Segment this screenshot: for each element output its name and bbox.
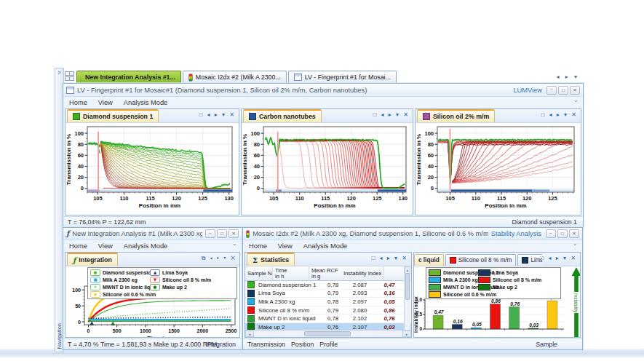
table-row[interactable]: MWNT D in ionic liquid 0,78 2.102 0,76 bbox=[245, 314, 411, 323]
diamond-transmission-chart[interactable]: 105110115120125130020406080100Position i… bbox=[65, 123, 236, 215]
window-button[interactable]: − bbox=[546, 229, 556, 238]
fingerprint-titlebar[interactable]: LV - Fingerprint #1 for Mosaic#1 (Diamon… bbox=[63, 84, 583, 97]
table-row[interactable]: Silicone oil 8 % m/m 0,79 2.080 0,86 bbox=[245, 306, 411, 315]
legend-item: Silicone oil 8 % m/m bbox=[478, 276, 552, 283]
panel-controls[interactable]: □ ◂ ▸ ▾ ✕ bbox=[199, 111, 236, 118]
legend-item: ✕ MWNT D in ionic liquid bbox=[90, 283, 150, 290]
integration-menubar: HomeViewAnalysis Mode ⌄ bbox=[63, 240, 242, 251]
legend-label: Make up 2 bbox=[493, 285, 517, 290]
integration-panels: ƒ Integration ⧉ ◂ ▸ ▾ ✕ 0500100015002000… bbox=[63, 251, 242, 339]
panel-tab-integration[interactable]: ƒ Integration bbox=[67, 253, 118, 266]
window-layout-icon[interactable] bbox=[65, 71, 73, 81]
cell-time: 0,78 bbox=[322, 282, 344, 288]
vertical-scrollbar[interactable]: ▴ bbox=[404, 266, 410, 330]
scroll-left-icon[interactable]: ◂ bbox=[245, 331, 254, 337]
column-header[interactable]: Instability Index bbox=[341, 266, 384, 280]
window-button[interactable]: − bbox=[546, 86, 557, 95]
panel-tab-statistics[interactable]: Σ Statistics bbox=[247, 253, 295, 266]
table-row[interactable]: Make up 2 0,76 2.107 0,03 bbox=[245, 323, 411, 330]
sample-tab[interactable]: Lima Soya bbox=[517, 254, 542, 266]
menu-item[interactable]: View bbox=[98, 99, 113, 106]
document-tabs: New Integration Analysis #1... Mosaic I2… bbox=[76, 71, 397, 83]
tab-scroll-controls[interactable]: ◂ ▸ ▾ bbox=[557, 74, 580, 80]
column-header[interactable]: Mean RCFin g bbox=[309, 266, 341, 280]
svg-text:0: 0 bbox=[78, 320, 81, 325]
ribbon-collapse-icon[interactable]: ⌄ bbox=[572, 240, 578, 247]
horizontal-scrollbar[interactable]: ◂ ▸ bbox=[245, 330, 411, 337]
menu-item[interactable]: Analysis Mode bbox=[124, 99, 167, 106]
view-mode-item[interactable]: Profile bbox=[319, 341, 338, 348]
ribbon-collapse-icon[interactable]: ⌄ bbox=[573, 96, 579, 103]
window-button[interactable]: □ bbox=[217, 229, 227, 238]
menu-item[interactable]: View bbox=[278, 242, 293, 250]
svg-text:Transmission in %: Transmission in % bbox=[416, 134, 422, 185]
svg-text:Time in s: Time in s bbox=[147, 335, 172, 337]
panel-tab-diamond[interactable]: Diamond suspension 1 bbox=[67, 109, 159, 122]
svg-text:105: 105 bbox=[269, 195, 279, 202]
panel-tab-silicon[interactable]: Silicon oil 2% m/m bbox=[417, 109, 495, 122]
svg-text:0: 0 bbox=[87, 328, 90, 333]
svg-text:1000: 1000 bbox=[140, 328, 151, 333]
view-mode-item[interactable]: Transmission bbox=[247, 341, 285, 348]
window-button[interactable]: □ bbox=[557, 229, 568, 238]
table-row[interactable]: Lima Soya 0,79 2.093 0,16 bbox=[245, 290, 411, 298]
svg-text:2500: 2500 bbox=[226, 328, 237, 333]
statistics-column-headers: Sample Name Timein h Mean RCFin g Instab… bbox=[245, 266, 411, 281]
panel-controls[interactable]: □ ◂ ▸ ▾ ✕ bbox=[373, 111, 410, 118]
column-header[interactable]: Sample Name bbox=[245, 266, 273, 280]
ribbon-collapse-icon[interactable]: ⌄ bbox=[231, 240, 237, 247]
menu-item[interactable]: Analysis Mode bbox=[303, 242, 347, 250]
panel-silicon-oil: Silicon oil 2% m/m □ ◂ ▸ ▾ ✕ 10511011512… bbox=[415, 108, 581, 215]
menu-item[interactable]: Home bbox=[69, 242, 87, 250]
panel-controls[interactable]: ⧉ ◂ ▸ ▾ ✕ bbox=[202, 255, 236, 262]
instability-direction-indicator: Instability bbox=[570, 266, 580, 337]
scrollbar-thumb[interactable] bbox=[304, 331, 350, 336]
sample-tab[interactable]: Silicone oil 8 % m/m bbox=[445, 254, 517, 266]
panel-controls[interactable]: □ ◂ ▸ ▾ ✕ bbox=[541, 111, 578, 118]
screenshot-stage: » Navigation New Integration Analysis #1… bbox=[0, 0, 644, 364]
sample-tab[interactable]: c liquid bbox=[414, 254, 444, 266]
panel-tab-carbon[interactable]: Carbon nanotubes bbox=[243, 109, 322, 122]
diamond-chart-box: 105110115120125130020406080100Position i… bbox=[65, 123, 239, 215]
legend-swatch bbox=[478, 284, 490, 290]
column-header[interactable]: Timein h bbox=[273, 266, 309, 280]
menu-item[interactable]: Home bbox=[249, 242, 267, 250]
legend-swatch bbox=[429, 277, 441, 283]
cell-time: 0,78 bbox=[322, 315, 344, 322]
legend-item: Silicone oil 0.6 % m/m bbox=[429, 290, 478, 298]
svg-text:50: 50 bbox=[75, 304, 81, 309]
table-row[interactable]: Diamond suspension 1 0,78 2.087 0,47 bbox=[245, 281, 411, 290]
expand-navigation-icon[interactable]: » bbox=[55, 69, 63, 76]
legend-item: ■ Milk A 2300 xg bbox=[90, 276, 150, 283]
window-button[interactable]: ✕ bbox=[569, 229, 579, 238]
panel-controls[interactable]: □ ◂ ▸ ▾ ✕ bbox=[541, 255, 577, 261]
window-button[interactable]: □ bbox=[558, 86, 568, 95]
svg-text:Position in mm: Position in mm bbox=[314, 202, 355, 209]
window-title: Mosaic I2dx #2 (Milk A 2300 xg, Diamond … bbox=[253, 230, 488, 237]
carbon-transmission-chart[interactable]: 105110115120125130020406080100Position i… bbox=[242, 123, 410, 215]
menu-item[interactable]: Home bbox=[69, 99, 87, 106]
window-button[interactable]: ✕ bbox=[570, 86, 580, 95]
window-button[interactable]: ✕ bbox=[228, 229, 239, 238]
document-tab[interactable]: New Integration Analysis #1... bbox=[76, 71, 181, 83]
view-mode-item[interactable]: Position bbox=[291, 341, 314, 348]
silicon-chart-box: 105110115120125020406080100Position in m… bbox=[416, 123, 581, 215]
menu-item[interactable]: View bbox=[98, 242, 113, 250]
document-tab[interactable]: LV - Fingerprint #1 for Mosai... bbox=[288, 71, 397, 83]
mosaic-titlebar[interactable]: Mosaic I2dx #2 (Milk A 2300 xg, Diamond … bbox=[243, 228, 582, 240]
svg-text:80: 80 bbox=[254, 141, 260, 148]
cell-mean-rcf: 2.087 bbox=[344, 282, 375, 288]
panel-controls[interactable]: □ ◂ ▸ ▾ ✕ bbox=[372, 255, 408, 261]
legend-item: Make up 2 bbox=[478, 283, 552, 290]
window-button[interactable]: − bbox=[205, 229, 215, 238]
menu-item[interactable]: Analysis Mode bbox=[124, 242, 167, 250]
integration-titlebar[interactable]: ƒ New Integration Analysis #1 (Milk A 23… bbox=[63, 228, 242, 240]
svg-text:100: 100 bbox=[74, 130, 84, 137]
table-row[interactable]: Milk A 2300 xg 0,78 2.097 0,05 bbox=[245, 298, 411, 306]
document-tab[interactable]: Mosaic I2dx #2 (Milk A 2300... bbox=[183, 71, 287, 83]
scrollbar-thumb[interactable] bbox=[405, 273, 410, 300]
scroll-right-icon[interactable]: ▸ bbox=[402, 331, 411, 337]
svg-text:Position in mm: Position in mm bbox=[485, 202, 526, 209]
silicon-transmission-chart[interactable]: 105110115120125020406080100Position in m… bbox=[416, 123, 578, 215]
svg-text:80: 80 bbox=[428, 141, 434, 148]
